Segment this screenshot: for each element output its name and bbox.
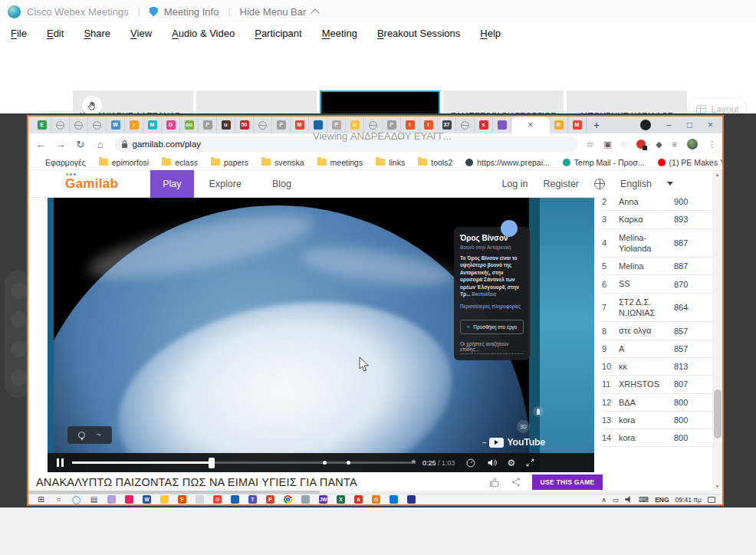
pegman-icon[interactable] xyxy=(533,406,544,417)
register-link[interactable]: Register xyxy=(543,170,579,198)
taskbar-app-icon[interactable]: ◯ xyxy=(67,495,85,504)
bookmark-item[interactable]: (1) PE Makes You H... xyxy=(658,158,748,167)
menu-item-breakout-sessions[interactable]: Breakout Sessions xyxy=(377,28,460,39)
browser-avatar-icon[interactable] xyxy=(687,139,698,149)
menu-item-help[interactable]: Help xyxy=(480,28,501,39)
browser-tab[interactable]: M xyxy=(291,117,309,133)
bookmark-folder[interactable]: papers xyxy=(211,158,248,167)
taskbar-app-icon[interactable]: X xyxy=(332,495,350,504)
browser-tab[interactable]: P xyxy=(199,117,217,133)
scrollbar-thumb[interactable] xyxy=(714,389,721,438)
taskbar-app-icon[interactable] xyxy=(226,495,244,504)
browser-tab[interactable]: M xyxy=(568,117,587,133)
extensions-puzzle-icon[interactable]: ◆ xyxy=(656,140,662,149)
bookmark-item[interactable]: Temp Mail - Προσ... xyxy=(563,158,645,167)
seek-handle[interactable] xyxy=(209,458,215,468)
bookmark-folder[interactable]: links xyxy=(376,158,405,167)
bookmark-folder[interactable]: meetings xyxy=(317,158,363,167)
browser-tab[interactable] xyxy=(70,117,88,133)
browser-tab[interactable]: oo xyxy=(180,117,199,133)
browser-profile-icon[interactable] xyxy=(640,120,651,130)
extension-icon[interactable]: ▣ xyxy=(603,140,611,149)
scroll-up-icon[interactable]: ▲ xyxy=(712,170,722,179)
menu-item-share[interactable]: Share xyxy=(84,28,110,39)
tab-close-icon[interactable]: × xyxy=(528,120,533,130)
browser-tab[interactable] xyxy=(254,117,272,133)
keyboard-icon[interactable]: ⌨ xyxy=(639,496,649,504)
fullscreen-icon[interactable] xyxy=(525,458,535,468)
taskbar-app-icon[interactable] xyxy=(385,495,403,504)
map-tools[interactable]: ~ xyxy=(67,426,112,444)
taskbar-app-icon[interactable]: JW xyxy=(314,495,332,504)
settings-gear-icon[interactable]: ⚙ xyxy=(508,458,516,468)
extension-icon[interactable] xyxy=(636,140,646,149)
taskbar-app-icon[interactable]: ○ xyxy=(50,495,67,504)
taskbar-app-icon[interactable] xyxy=(403,495,420,504)
also-search-link[interactable]: Οι χρήστες αναζητούν επίσης... xyxy=(460,341,524,354)
tray-expand-icon[interactable]: ∧ xyxy=(601,496,606,504)
nav-explore[interactable]: Explore xyxy=(194,170,257,198)
bookmark-item[interactable]: https://www.prepai... xyxy=(465,158,550,167)
hide-menu-bar-button[interactable]: Hide Menu Bar xyxy=(240,6,307,18)
window-maximize-button[interactable]: □ xyxy=(687,120,692,130)
taskbar-app-icon[interactable]: G xyxy=(367,495,385,504)
3d-toggle-button[interactable]: 3D xyxy=(517,420,530,433)
bookmark-folder[interactable]: eclass xyxy=(162,158,198,167)
taskbar-app-icon[interactable]: ⊞ xyxy=(32,495,50,504)
browser-active-tab[interactable]: × xyxy=(511,117,550,133)
menu-item-edit[interactable]: Edit xyxy=(47,28,64,39)
add-to-project-button[interactable]: +Προσθήκη στο έργο xyxy=(460,320,524,334)
bookmark-folder[interactable]: tools2 xyxy=(418,158,452,167)
browser-tab[interactable]: u xyxy=(217,117,235,133)
bookmark-star-icon[interactable]: ☆ xyxy=(586,140,593,149)
back-icon[interactable]: ← xyxy=(35,139,47,150)
browser-tab[interactable] xyxy=(456,117,475,133)
taskbar-app-icon[interactable] xyxy=(103,495,120,504)
share-icon[interactable] xyxy=(511,477,521,488)
menu-item-view[interactable]: View xyxy=(130,28,152,39)
browser-tab[interactable]: 50 xyxy=(235,117,254,133)
browser-tab[interactable]: s xyxy=(475,117,493,133)
wiki-link[interactable]: Βικιπαίδεια xyxy=(472,291,496,297)
browser-tab[interactable]: E xyxy=(33,117,51,133)
caret-down-icon[interactable] xyxy=(667,182,673,186)
gamilab-logo[interactable]: Gamilab xyxy=(65,176,118,192)
login-link[interactable]: Log in xyxy=(501,170,528,198)
taskbar-app-icon[interactable] xyxy=(156,495,173,504)
vertical-scrollbar[interactable]: ▲ ▼ xyxy=(712,170,722,491)
taskbar-app-icon[interactable] xyxy=(120,495,138,504)
bookmark-apps[interactable]: Εφαρμογές xyxy=(45,158,86,167)
playback-speed-icon[interactable] xyxy=(465,458,476,468)
nav-blog[interactable]: Blog xyxy=(257,170,307,198)
reading-list-icon[interactable]: ≡ xyxy=(672,140,677,149)
browser-tab[interactable]: B xyxy=(550,117,568,133)
map-pin-icon[interactable] xyxy=(78,432,85,438)
new-tab-button[interactable]: + xyxy=(587,119,606,131)
menu-item-meeting[interactable]: Meeting xyxy=(322,28,357,39)
menu-item-file[interactable]: File xyxy=(11,28,27,39)
language-indicator[interactable]: ENG xyxy=(655,496,669,504)
browser-tab[interactable]: ♪ xyxy=(125,117,143,133)
browser-tab[interactable]: G xyxy=(162,117,180,133)
browser-tab[interactable] xyxy=(51,117,70,133)
menu-item-participant[interactable]: Participant xyxy=(255,28,301,39)
browser-tab[interactable] xyxy=(88,117,107,133)
notification-center-icon[interactable] xyxy=(708,497,715,503)
youtube-watermark[interactable]: – YouTube xyxy=(482,437,545,448)
home-icon[interactable]: ⌂ xyxy=(94,139,107,150)
window-close-button[interactable]: × xyxy=(708,120,713,130)
browser-tab[interactable] xyxy=(493,117,511,133)
nav-play[interactable]: Play xyxy=(150,170,193,198)
seek-bar[interactable]: ★ xyxy=(72,461,416,464)
extension-icon[interactable]: ◌ xyxy=(622,140,627,149)
reload-icon[interactable]: ↻ xyxy=(74,139,87,150)
more-info-link[interactable]: Περισσότερες πληροφορίες xyxy=(460,304,524,309)
youtube-video-player[interactable]: Όρος Βίνσον Βουνό στην Ανταρκτική Το Όρο… xyxy=(48,198,594,472)
clock[interactable]: 09:41 πμ xyxy=(675,496,702,504)
taskbar-app-icon[interactable]: A xyxy=(350,495,367,504)
bookmark-folder[interactable]: svenska xyxy=(261,158,304,167)
taskbar-app-icon[interactable] xyxy=(279,495,297,504)
taskbar-app-icon[interactable]: P xyxy=(261,495,279,504)
map-path-icon[interactable]: ~ xyxy=(97,431,101,439)
taskbar-app-icon[interactable]: F xyxy=(173,495,191,504)
